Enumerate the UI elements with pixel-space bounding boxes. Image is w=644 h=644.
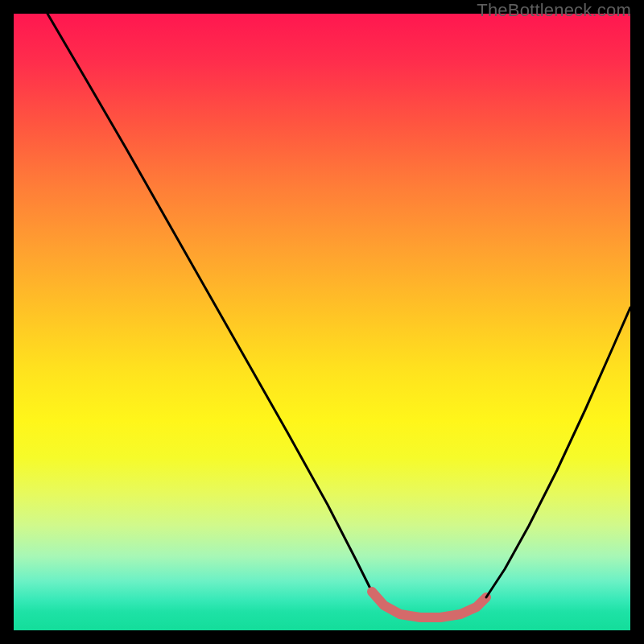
chart-frame: TheBottleneck.com xyxy=(0,0,644,644)
plot-area xyxy=(14,14,630,630)
series-right-ascent xyxy=(486,308,630,597)
series-trough xyxy=(372,592,486,617)
watermark-text: TheBottleneck.com xyxy=(477,0,631,21)
series-left-descent xyxy=(47,14,372,592)
curve-svg xyxy=(14,14,630,630)
